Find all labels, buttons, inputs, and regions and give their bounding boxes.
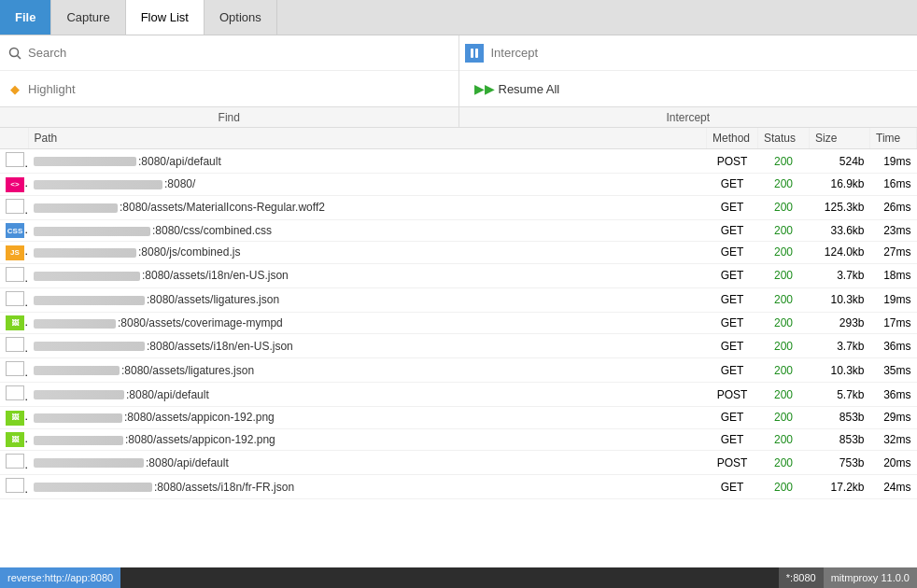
html-icon: <> [6,177,24,192]
path-blur [34,436,123,445]
row-icon-cell [0,149,28,174]
row-method: GET [707,195,758,219]
flow-table: Path Method Status Size Time :8080/api/d… [0,128,917,499]
row-size: 5.7kb [810,383,870,407]
row-status: 200 [758,287,810,312]
tab-capture-label: Capture [66,10,109,24]
row-method: GET [707,263,758,287]
search-icon [6,44,24,63]
svg-line-1 [18,55,21,59]
path-text: :8080/js/combined.js [138,245,240,259]
path-blur [34,157,136,166]
row-size: 10.3kb [810,358,870,383]
row-status: 200 [758,149,810,174]
table-row[interactable]: :8080/api/defaultPOST200753b20ms [0,451,917,475]
status-bar: reverse:http://app:8080 *:8080 mitmproxy… [0,567,917,588]
resume-label: Resume All [499,82,560,96]
resume-row: ▶▶ Resume All [459,71,918,106]
status-left-text: reverse:http://app:8080 [7,572,113,583]
table-header: Path Method Status Size Time [0,128,917,149]
row-size: 524b [810,149,870,174]
col-header-time: Time [870,128,917,149]
table-row[interactable]: CSS:8080/css/combined.cssGET20033.6kb23m… [0,219,917,242]
table-row[interactable]: :8080/assets/i18n/en-US.jsonGET2003.7kb3… [0,334,917,358]
search-input[interactable] [28,46,453,60]
tab-flow-list-label: Flow List [141,10,189,24]
row-size: 16.9kb [810,174,870,196]
table-row[interactable]: :8080/api/defaultPOST2005.7kb36ms [0,383,917,407]
path-text: :8080/api/default [126,388,209,401]
intercept-input[interactable] [491,46,912,60]
row-size: 3.7kb [810,334,870,358]
row-method: POST [707,149,758,174]
row-time: 19ms [870,287,917,312]
path-blur [34,227,150,236]
path-text: :8080/api/default [146,456,229,469]
path-blur [34,319,116,329]
row-status: 200 [758,219,810,242]
row-status: 200 [758,312,810,334]
table-row[interactable]: <>:8080/GET20016.9kb16ms [0,174,917,196]
path-blur [34,390,124,399]
path-blur [34,180,162,189]
resume-all-button[interactable]: ▶▶ Resume All [465,77,570,100]
row-size: 853b [810,428,870,451]
row-icon-cell [0,451,28,475]
table-row[interactable]: JS:8080/js/combined.jsGET200124.0kb27ms [0,242,917,264]
row-icon-cell: CSS [0,219,28,242]
table-row[interactable]: :8080/assets/ligatures.jsonGET20010.3kb3… [0,358,917,383]
table-row[interactable]: :8080/assets/i18n/fr-FR.jsonGET20017.2kb… [0,475,917,499]
table-row[interactable]: 🖼:8080/assets/appicon-192.pngGET200853b3… [0,428,917,451]
row-path: :8080/api/default [28,383,707,407]
row-time: 29ms [870,407,917,429]
tab-capture[interactable]: Capture [51,0,125,35]
row-path: :8080/js/combined.js [28,242,707,264]
path-text: :8080/ [164,177,195,190]
resume-icon: ▶▶ [474,81,495,96]
row-method: GET [707,242,758,264]
path-text: :8080/css/combined.css [152,224,272,237]
row-status: 200 [758,334,810,358]
find-label: Find [0,107,459,127]
tab-flow-list[interactable]: Flow List [126,0,205,35]
intercept-icon [465,44,484,63]
path-blur [34,483,152,492]
path-text: :8080/api/default [138,155,221,168]
tab-options[interactable]: Options [205,0,277,35]
row-size: 293b [810,312,870,334]
row-size: 124.0kb [810,242,870,264]
table-row[interactable]: :8080/assets/i18n/en-US.jsonGET2003.7kb1… [0,263,917,287]
default-icon [6,291,24,306]
row-icon-cell: 🖼 [0,312,28,334]
find-controls: ◆ [0,35,459,106]
row-path: :8080/assets/ligatures.json [28,358,707,383]
row-path: :8080/api/default [28,149,707,174]
row-method: GET [707,174,758,196]
row-status: 200 [758,428,810,451]
row-path: :8080/assets/i18n/en-US.json [28,263,707,287]
row-time: 23ms [870,219,917,242]
table-row[interactable]: 🖼:8080/assets/appicon-192.pngGET200853b2… [0,407,917,429]
highlight-input[interactable] [28,82,453,96]
row-time: 24ms [870,475,917,499]
table-row[interactable]: :8080/api/defaultPOST200524b19ms [0,149,917,174]
row-icon-cell: <> [0,174,28,196]
row-path: :8080/css/combined.css [28,219,707,242]
row-time: 20ms [870,451,917,475]
col-header-size: Size [810,128,870,149]
status-port-text: *:8080 [786,572,816,583]
row-size: 125.3kb [810,195,870,219]
tab-options-label: Options [219,10,261,24]
row-size: 753b [810,451,870,475]
row-time: 36ms [870,334,917,358]
row-icon-cell [0,263,28,287]
table-row[interactable]: :8080/assets/ligatures.jsonGET20010.3kb1… [0,287,917,312]
intercept-label: Intercept [459,107,918,127]
table-row[interactable]: :8080/assets/MaterialIcons-Regular.woff2… [0,195,917,219]
row-method: POST [707,451,758,475]
path-blur [34,458,144,468]
table-row[interactable]: 🖼:8080/assets/coverimage-mympdGET200293b… [0,312,917,334]
tab-file[interactable]: File [0,0,51,35]
path-text: :8080/assets/i18n/en-US.json [147,340,293,353]
row-size: 33.6kb [810,219,870,242]
